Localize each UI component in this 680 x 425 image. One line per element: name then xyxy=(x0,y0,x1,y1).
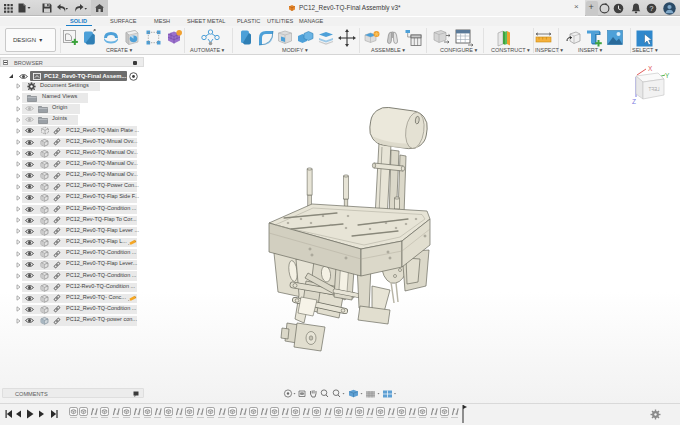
svg-text:Z: Z xyxy=(632,98,636,105)
svg-text:?: ? xyxy=(650,5,654,12)
svg-text:X: X xyxy=(648,65,653,72)
svg-text:Y: Y xyxy=(665,72,670,79)
svg-text:LEFT: LEFT xyxy=(648,87,659,92)
